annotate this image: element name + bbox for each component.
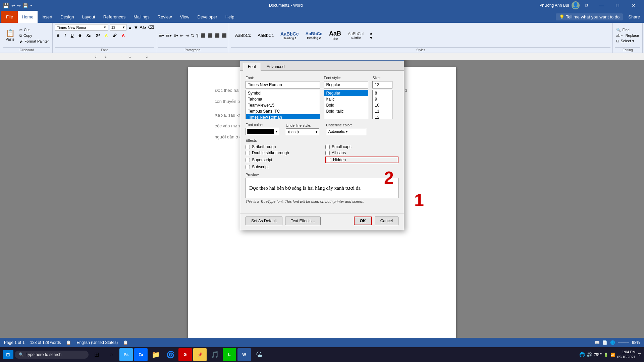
share-button[interactable]: Share bbox=[626, 14, 643, 19]
font-color-select[interactable]: ▾ bbox=[246, 128, 279, 135]
font-item-tahoma[interactable]: Tahoma bbox=[246, 96, 320, 102]
hidden-item[interactable]: Hidden bbox=[325, 157, 398, 163]
underline-color-select[interactable]: Automatic ▾ bbox=[326, 128, 366, 135]
size-item-12[interactable]: 12 bbox=[373, 114, 392, 119]
network-icon[interactable]: 🌐 bbox=[579, 352, 585, 357]
small-caps-checkbox[interactable] bbox=[325, 145, 330, 149]
close-button[interactable]: ✕ bbox=[626, 0, 641, 11]
size-item-8[interactable]: 8 bbox=[373, 90, 392, 96]
font-list[interactable]: Symbol Tahoma TeamViewer15 Tempus Sans I… bbox=[246, 90, 320, 119]
menu-view[interactable]: View bbox=[176, 11, 193, 23]
style-title[interactable]: AaB Title bbox=[326, 29, 344, 41]
weather-icon[interactable]: 🌤 bbox=[252, 348, 266, 361]
all-caps-checkbox[interactable] bbox=[325, 151, 330, 155]
sticky-icon[interactable]: 📌 bbox=[193, 348, 207, 361]
minimize-button[interactable]: — bbox=[594, 0, 609, 11]
double-strikethrough-item[interactable]: Double strikethrough bbox=[246, 150, 319, 155]
clear-format-icon[interactable]: ⌫ bbox=[148, 25, 154, 30]
menu-references[interactable]: References bbox=[99, 11, 129, 23]
decrease-indent-button[interactable]: ⇤ bbox=[180, 33, 183, 38]
zoom-slider[interactable]: ──── bbox=[618, 340, 629, 345]
redo-icon[interactable]: ↪ bbox=[17, 3, 21, 8]
double-strikethrough-checkbox[interactable] bbox=[246, 151, 250, 155]
web-layout-icon[interactable]: 🌐 bbox=[610, 340, 615, 345]
strikethrough-item[interactable]: Strikethrough bbox=[246, 144, 319, 149]
tell-me-box[interactable]: 💡 Tell me what you want to do bbox=[556, 13, 623, 20]
multilevel-button[interactable]: ≡▾ bbox=[174, 33, 178, 38]
style-no-spacing[interactable]: AaBbCc bbox=[255, 32, 276, 39]
size-item-10[interactable]: 10 bbox=[373, 102, 392, 108]
font-item-teamviewer[interactable]: TeamViewer15 bbox=[246, 102, 320, 108]
size-input[interactable] bbox=[372, 81, 392, 88]
style-list[interactable]: Regular Italic Bold Bold Italic bbox=[324, 90, 369, 119]
all-caps-item[interactable]: All caps bbox=[325, 150, 398, 155]
subscript-checkbox[interactable] bbox=[246, 165, 250, 169]
cut-button[interactable]: ✂ Cut bbox=[18, 27, 50, 33]
word-taskbar-icon[interactable]: W bbox=[237, 348, 251, 361]
italic-button[interactable]: I bbox=[62, 33, 67, 39]
size-item-11[interactable]: 11 bbox=[373, 108, 392, 114]
format-painter-button[interactable]: 🖌 Format Painter bbox=[18, 39, 50, 44]
grammar-icon[interactable]: G bbox=[178, 348, 192, 361]
start-button[interactable]: ⊞ bbox=[3, 350, 13, 359]
align-center-button[interactable]: ⬛ bbox=[208, 33, 213, 38]
cancel-button[interactable]: Cancel bbox=[375, 217, 398, 225]
superscript-checkbox[interactable] bbox=[246, 158, 250, 162]
style-item-italic[interactable]: Italic bbox=[324, 96, 368, 102]
menu-design[interactable]: Design bbox=[56, 11, 78, 23]
styles-scroll[interactable]: ▲ ▼ bbox=[369, 31, 373, 40]
menu-layout[interactable]: Layout bbox=[78, 11, 99, 23]
tab-advanced[interactable]: Advanced bbox=[262, 63, 289, 70]
replace-button[interactable]: ab↔ Replace bbox=[615, 33, 640, 38]
edge-icon[interactable]: 🌀 bbox=[164, 348, 177, 361]
strikethrough-checkbox[interactable] bbox=[246, 145, 250, 149]
tab-font[interactable]: Font bbox=[243, 63, 261, 71]
taskbar-search[interactable]: 🔍 Type here to search bbox=[15, 351, 89, 359]
change-case-icon[interactable]: Aa▾ bbox=[140, 25, 147, 30]
text-effects-button[interactable]: Text Effects... bbox=[285, 217, 321, 225]
taskview-icon[interactable]: ⊞ bbox=[90, 348, 103, 361]
select-button[interactable]: ⊡ Select ▾ bbox=[615, 39, 640, 44]
highlight-button[interactable]: 🖊 bbox=[111, 33, 119, 39]
underline-button[interactable]: U bbox=[69, 33, 76, 39]
style-item-bolditalic[interactable]: Bold Italic bbox=[324, 108, 368, 114]
font-item-times[interactable]: Times New Roman bbox=[246, 114, 320, 119]
hidden-checkbox[interactable] bbox=[327, 158, 331, 162]
line-icon[interactable]: L bbox=[223, 348, 236, 361]
window-controls[interactable]: — □ ✕ bbox=[594, 0, 641, 11]
style-subtitle[interactable]: AaBbCcI Subtitle bbox=[345, 31, 366, 40]
photoshop-icon[interactable]: Ps bbox=[119, 348, 133, 361]
read-mode-icon[interactable]: 📖 bbox=[595, 340, 600, 345]
files-icon[interactable]: 📁 bbox=[149, 348, 162, 361]
restore-window-icon[interactable]: ⧉ bbox=[582, 3, 591, 8]
style-heading2[interactable]: AaBbCc Heading 2 bbox=[303, 31, 325, 40]
ok-button[interactable]: OK bbox=[354, 217, 372, 225]
increase-indent-button[interactable]: ⇥ bbox=[185, 33, 189, 38]
print-layout-icon[interactable]: 📄 bbox=[602, 340, 607, 345]
style-heading1[interactable]: AaBbCc Heading 1 bbox=[278, 31, 301, 41]
align-left-button[interactable]: ⬛ bbox=[201, 33, 206, 38]
font-size-dropdown[interactable]: ▾ bbox=[123, 25, 125, 29]
notifications-icon[interactable]: 🗨 bbox=[638, 353, 641, 357]
size-item-9[interactable]: 9 bbox=[373, 96, 392, 102]
small-caps-item[interactable]: Small caps bbox=[325, 144, 398, 149]
increase-font-icon[interactable]: ▲ bbox=[128, 25, 132, 30]
font-name-dropdown[interactable]: ▾ bbox=[104, 25, 106, 29]
font-item-tempus[interactable]: Tempus Sans ITC bbox=[246, 108, 320, 114]
paste-button[interactable]: 📋 Paste bbox=[3, 28, 17, 42]
font-color-button[interactable]: A bbox=[103, 33, 110, 39]
style-input[interactable] bbox=[324, 81, 369, 88]
superscript-button[interactable]: X² bbox=[94, 33, 102, 39]
numbering-button[interactable]: ☷▾ bbox=[166, 33, 172, 38]
show-hide-button[interactable]: ¶ bbox=[196, 33, 198, 38]
underline-style-select[interactable]: (none) ▾ bbox=[286, 128, 319, 135]
cortana-icon[interactable]: ○ bbox=[105, 348, 118, 361]
maximize-button[interactable]: □ bbox=[610, 0, 625, 11]
font-name-input[interactable] bbox=[246, 81, 320, 88]
menu-file[interactable]: File bbox=[1, 11, 18, 23]
style-normal[interactable]: AaBbCc bbox=[232, 32, 254, 39]
undo-icon[interactable]: ↩ bbox=[11, 3, 15, 8]
justify-button[interactable]: ⬛ bbox=[222, 33, 227, 38]
volume-icon[interactable]: 🔊 bbox=[586, 352, 592, 357]
menu-home[interactable]: Home bbox=[18, 11, 38, 23]
